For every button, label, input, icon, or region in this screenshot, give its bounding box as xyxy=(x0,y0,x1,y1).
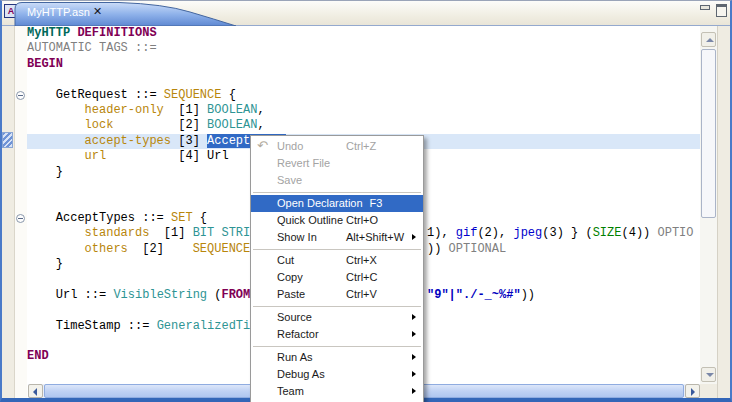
chevron-up-icon xyxy=(706,38,714,42)
code-token: Url xyxy=(207,149,229,163)
code-token: ( xyxy=(207,288,221,302)
menu-item-team[interactable]: Team xyxy=(251,383,423,400)
code-token: DEFINITIONS xyxy=(77,26,156,40)
chevron-left-icon xyxy=(33,388,37,396)
submenu-arrow-icon xyxy=(412,354,416,360)
vertical-scrollbar-thumb[interactable] xyxy=(701,49,716,218)
menu-item-label: Copy xyxy=(277,271,303,283)
menu-item-label: Revert File xyxy=(277,157,330,169)
menu-item-label: Run As xyxy=(277,351,312,363)
menu-item-label: Paste xyxy=(277,288,305,300)
code-line[interactable]: AUTOMATIC TAGS ::= xyxy=(27,41,700,56)
code-token: VisibleString xyxy=(113,288,207,302)
code-token: header-only xyxy=(85,103,164,117)
code-token: [1] xyxy=(164,103,207,117)
code-token: 1), xyxy=(427,226,456,240)
code-token: (2), xyxy=(477,226,513,240)
chevron-right-icon xyxy=(691,388,695,396)
code-token: { xyxy=(193,211,207,225)
menu-item-debug-as[interactable]: Debug As xyxy=(251,366,423,383)
menu-item-label: Cut xyxy=(277,254,294,266)
code-token xyxy=(27,118,85,132)
code-token: , xyxy=(257,103,264,117)
menu-item-label: Open Declaration xyxy=(277,197,363,209)
fold-collapse-icon[interactable] xyxy=(16,91,25,100)
menu-item-label: Save xyxy=(277,174,302,186)
code-token xyxy=(27,226,85,240)
code-line[interactable]: GetRequest ::= SEQUENCE { xyxy=(27,88,700,103)
code-token: lock xyxy=(85,118,114,132)
code-token: , xyxy=(257,118,264,132)
menu-separator xyxy=(253,306,421,307)
menu-item-revert-file[interactable]: Revert File xyxy=(251,155,423,172)
menu-item-quick-outline[interactable]: Quick OutlineCtrl+O xyxy=(251,212,423,229)
menu-item-open-declaration[interactable]: Open DeclarationF3 xyxy=(251,195,423,212)
code-token: [2] xyxy=(128,242,193,256)
overview-ruler xyxy=(717,26,730,398)
code-token: others xyxy=(85,242,128,256)
menu-item-label: Source xyxy=(277,311,312,323)
menu-item-undo[interactable]: ↶UndoCtrl+Z xyxy=(251,138,423,155)
menu-item-source[interactable]: Source xyxy=(251,309,423,326)
code-token: TimeStamp ::= xyxy=(27,319,157,333)
code-token: SEQUENCE xyxy=(164,88,222,102)
menu-item-paste[interactable]: PasteCtrl+V xyxy=(251,286,423,303)
menu-item-shortcut: Ctrl+Z xyxy=(346,138,376,155)
maximize-icon[interactable] xyxy=(715,3,726,14)
scroll-up-button[interactable] xyxy=(701,32,716,47)
context-menu: ↶UndoCtrl+ZRevert FileSaveOpen Declarati… xyxy=(250,135,424,402)
code-line[interactable]: lock [2] BOOLEAN, xyxy=(27,118,700,133)
tab-title[interactable]: MyHTTP.asn xyxy=(27,6,90,18)
code-token: )) xyxy=(427,242,449,256)
code-line[interactable]: header-only [1] BOOLEAN, xyxy=(27,103,700,118)
code-token: GeneralizedTime xyxy=(157,319,265,333)
editor-window: A MyHTTP.asn ✕ MyHTTP DEFINITIONSAUTOMAT… xyxy=(0,0,732,402)
submenu-arrow-icon xyxy=(412,388,416,394)
code-token: gif xyxy=(456,226,478,240)
code-token: } xyxy=(27,165,63,179)
code-token: GetRequest ::= xyxy=(27,88,164,102)
menu-item-show-in[interactable]: Show InAlt+Shift+W xyxy=(251,229,423,246)
fold-collapse-icon[interactable] xyxy=(16,214,25,223)
code-token: BOOLEAN xyxy=(207,103,257,117)
menu-item-save[interactable]: Save xyxy=(251,172,423,189)
code-line-right-fragment: 1), gif(2), jpeg(3) } (SIZE(4)) OPTIO xyxy=(427,226,694,241)
menu-separator xyxy=(253,346,421,347)
menu-item-shortcut: Ctrl+O xyxy=(346,212,378,229)
code-line[interactable] xyxy=(27,72,700,87)
submenu-arrow-icon xyxy=(412,371,416,377)
scroll-right-button[interactable] xyxy=(685,384,700,398)
code-token: SIZE xyxy=(593,226,622,240)
editor-tab-bar: A MyHTTP.asn ✕ xyxy=(0,0,732,26)
code-token: SEQUENCE xyxy=(193,242,251,256)
scrollbar-corner xyxy=(700,384,717,398)
code-token: OPTIONAL xyxy=(449,242,507,256)
code-token: FROM xyxy=(221,288,250,302)
menu-item-run-as[interactable]: Run As xyxy=(251,349,423,366)
code-token: [1] xyxy=(149,226,192,240)
code-token: MyHTTP xyxy=(27,26,70,40)
tab-close-icon[interactable]: ✕ xyxy=(93,5,102,18)
menu-item-copy[interactable]: CopyCtrl+C xyxy=(251,269,423,286)
fold-ruler xyxy=(15,26,27,398)
code-token: SET xyxy=(171,211,193,225)
menu-item-refactor[interactable]: Refactor xyxy=(251,326,423,343)
code-token: )) xyxy=(521,288,535,302)
code-line[interactable]: MyHTTP DEFINITIONS xyxy=(27,26,700,41)
code-token: END xyxy=(27,349,49,363)
menu-item-shortcut: Alt+Shift+W xyxy=(346,229,404,246)
code-line[interactable]: BEGIN xyxy=(27,57,700,72)
code-token: accept-types xyxy=(85,134,171,148)
minimize-icon[interactable] xyxy=(699,3,710,14)
undo-icon: ↶ xyxy=(257,138,268,153)
code-token: BEGIN xyxy=(27,57,63,71)
occurrence-marker[interactable] xyxy=(2,132,13,148)
code-token: AcceptTypes ::= xyxy=(27,211,171,225)
code-token: jpeg xyxy=(513,226,542,240)
code-token xyxy=(27,103,85,117)
scroll-left-button[interactable] xyxy=(28,384,43,398)
vertical-scrollbar[interactable] xyxy=(700,26,717,384)
scroll-down-button[interactable] xyxy=(701,367,716,382)
code-token: } xyxy=(27,257,63,271)
menu-item-cut[interactable]: CutCtrl+X xyxy=(251,252,423,269)
